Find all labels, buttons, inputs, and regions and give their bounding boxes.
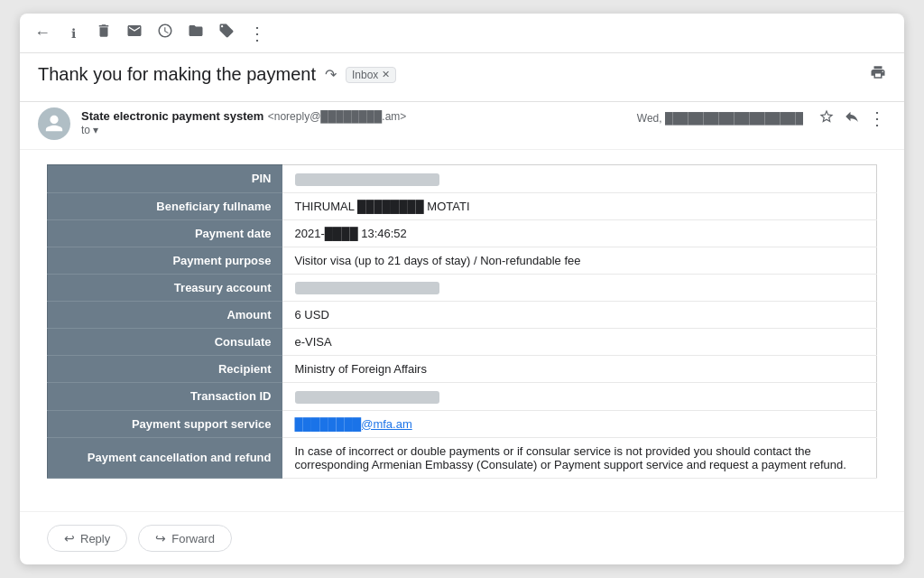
table-value: 2021-████ 13:46:52 [282, 219, 877, 247]
table-row: Consulatee-VISA [48, 329, 877, 356]
clock-icon[interactable] [155, 23, 175, 43]
table-value: Ministry of Foreign Affairs [282, 356, 877, 383]
sender-row: State electronic payment system <noreply… [20, 102, 904, 150]
star-icon[interactable] [818, 108, 836, 128]
table-value: 6 USD [282, 302, 877, 329]
folder-icon[interactable] [186, 23, 206, 43]
sender-email: <noreply@████████.am> [268, 110, 407, 123]
table-row: Treasury account██████████ ████████ [48, 274, 877, 302]
mail-icon[interactable] [125, 23, 144, 43]
toolbar: ← ℹ ⋮ [20, 14, 904, 53]
avatar [38, 107, 70, 140]
sender-name: State electronic payment system [81, 109, 263, 123]
table-row: Payment date2021-████ 13:46:52 [48, 219, 877, 247]
table-value: Visitor visa (up to 21 days of stay) / N… [282, 247, 877, 274]
sender-to-expand[interactable]: to ▾ [81, 124, 626, 136]
table-row: Beneficiary fullnameTHIRUMAL ████████ MO… [48, 192, 877, 219]
email-date: Wed, ██████████████████ [637, 112, 803, 125]
table-label: PIN [48, 165, 282, 193]
reply-button[interactable]: ↩ Reply [47, 525, 127, 552]
table-label: Amount [48, 302, 282, 329]
info-icon[interactable]: ℹ [63, 26, 83, 41]
table-label: Payment date [48, 219, 282, 247]
delete-icon[interactable] [94, 23, 114, 43]
email-window: ← ℹ ⋮ Thank you for making the payment ↷… [20, 14, 904, 564]
email-body: PIN████████████████████Beneficiary fulln… [20, 150, 904, 511]
table-row: Payment cancellation and refundIn case o… [48, 437, 877, 478]
table-label: Payment cancellation and refund [48, 437, 282, 478]
tag-icon[interactable] [217, 23, 236, 43]
inbox-badge-close[interactable]: ✕ [382, 69, 390, 80]
table-row: RecipientMinistry of Foreign Affairs [48, 356, 877, 383]
reply-btn-icon: ↩ [64, 531, 75, 545]
table-row: Payment support service████████@mfa.am [48, 410, 877, 437]
sender-to-text: to ▾ [81, 124, 98, 136]
table-label: Treasury account [48, 274, 282, 302]
table-value: In case of incorrect or double payments … [282, 437, 877, 478]
action-bar: ↩ Reply ↪ Forward [20, 511, 904, 564]
table-label: Recipient [48, 356, 282, 383]
table-value[interactable]: ████████@mfa.am [282, 410, 877, 437]
inbox-badge[interactable]: Inbox ✕ [346, 67, 396, 83]
table-value: ██████████ ████████ [282, 274, 877, 302]
table-label: Consulate [48, 329, 282, 356]
back-icon[interactable]: ← [32, 23, 52, 42]
table-row: PIN████████████████████ [48, 165, 877, 193]
table-label: Beneficiary fullname [48, 192, 282, 219]
reply-btn-label: Reply [80, 532, 110, 545]
forward-btn-label: Forward [171, 532, 215, 545]
table-label: Payment support service [48, 410, 282, 437]
table-label: Payment purpose [48, 247, 282, 274]
reply-icon[interactable] [843, 108, 861, 128]
more-options-icon[interactable]: ⋮ [247, 23, 267, 44]
payment-table: PIN████████████████████Beneficiary fulln… [47, 164, 877, 479]
sender-actions: Wed, ██████████████████ ⋮ [637, 107, 886, 129]
email-header: Thank you for making the payment ↷ Inbox… [20, 53, 904, 102]
forward-arrow-icon: ↷ [325, 66, 337, 83]
more-email-options-icon[interactable]: ⋮ [868, 107, 886, 129]
table-value: THIRUMAL ████████ MOTATI [282, 192, 877, 219]
table-row: Amount6 USD [48, 302, 877, 329]
sender-info: State electronic payment system <noreply… [81, 107, 626, 136]
print-icon[interactable] [870, 64, 886, 85]
table-label: Transaction ID [48, 383, 282, 411]
table-value: ████████████████████ [282, 383, 877, 411]
table-row: Transaction ID████████████████████ [48, 383, 877, 411]
email-subject: Thank you for making the payment [38, 64, 316, 85]
forward-button[interactable]: ↪ Forward [138, 525, 232, 552]
table-value: e-VISA [282, 329, 877, 356]
support-email-link[interactable]: ████████@mfa.am [295, 417, 412, 431]
table-value: ████████████████████ [282, 165, 877, 193]
inbox-badge-label: Inbox [352, 69, 378, 81]
table-row: Payment purposeVisitor visa (up to 21 da… [48, 247, 877, 274]
forward-btn-icon: ↪ [155, 531, 166, 545]
